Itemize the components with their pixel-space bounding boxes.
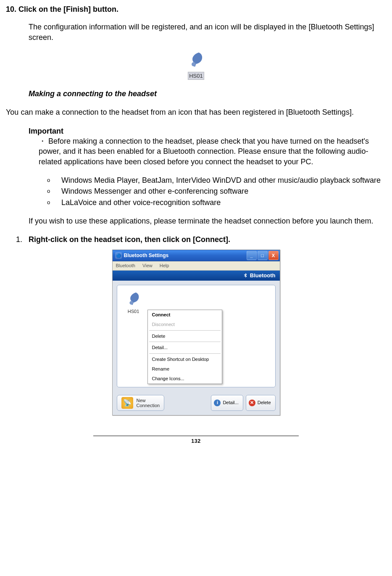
hs01-icon-label: HS01 — [188, 72, 204, 80]
list-item: o LaLaVoice and other voice-recognition … — [47, 197, 386, 208]
window-title: Bluetooth Settings — [124, 252, 169, 259]
maximize-button[interactable]: □ — [258, 251, 268, 260]
antenna-icon: 📡 — [121, 397, 133, 409]
section-intro: You can make a connection to the headset… — [6, 107, 386, 117]
ctx-rename[interactable]: Rename — [148, 364, 222, 374]
circle-bullet-icon: o — [47, 175, 61, 185]
important-paragraph-1: ・ Before making a connection to the head… — [39, 136, 386, 167]
step-number: 1. — [16, 235, 22, 244]
step-title-text: Click on the [Finish] button. — [18, 5, 118, 13]
minimize-button[interactable]: _ — [247, 251, 257, 260]
device-label: HS01 — [122, 308, 145, 315]
close-button[interactable]: X — [268, 251, 279, 260]
section-heading: Making a connecting to the headset — [29, 89, 386, 99]
list-item: o Windows Messenger and other e-conferen… — [47, 186, 386, 196]
window-menubar: Bluetooth View Help — [113, 261, 280, 271]
bullet-dot: ・ — [39, 137, 46, 145]
list-item-text: Windows Messenger and other e-conferenci… — [61, 186, 248, 196]
step-1-heading: 1. Right-click on the headset icon, then… — [16, 234, 386, 245]
delete-button-label: Delete — [258, 400, 271, 406]
new-connection-label: New Connection — [137, 398, 160, 408]
headset-icon — [186, 50, 206, 70]
window-bottom-bar: 📡 New Connection i Detail... ✕ Delete — [113, 392, 280, 415]
bluetooth-settings-window: 🔵 Bluetooth Settings _ □ X Bluetooth Vie… — [112, 250, 280, 415]
step-title-text: Right-click on the headset icon, then cl… — [29, 235, 230, 244]
device-list-panel: HS01 Connect Disconnect Delete Detail...… — [117, 285, 276, 387]
ctx-connect[interactable]: Connect — [148, 310, 222, 320]
headset-icon — [125, 290, 142, 308]
menu-bluetooth[interactable]: Bluetooth — [116, 263, 135, 268]
circle-bullet-icon: o — [47, 197, 61, 208]
detail-button[interactable]: i Detail... — [211, 395, 243, 411]
window-titlebar: 🔵 Bluetooth Settings _ □ X — [113, 250, 280, 261]
list-item: o Windows Media Player, BeatJam, InterVi… — [47, 175, 386, 185]
bluetooth-brand-text: Bluetooth — [250, 272, 276, 279]
step-10-heading: 10. Click on the [Finish] button. — [6, 4, 386, 14]
svg-point-0 — [192, 62, 196, 66]
step-10-description: The configuration information will be re… — [29, 22, 386, 42]
important-p1-text: Before making a connection to the headse… — [39, 137, 369, 166]
context-menu: Connect Disconnect Delete Detail... Crea… — [147, 310, 222, 384]
window-app-icon: 🔵 — [115, 252, 122, 259]
new-connection-button[interactable]: 📡 New Connection — [117, 395, 165, 411]
footer-separator — [93, 436, 299, 436]
svg-point-1 — [129, 301, 133, 305]
delete-x-icon: ✕ — [249, 400, 255, 406]
info-icon: i — [214, 400, 221, 406]
page-number: 132 — [6, 438, 386, 445]
list-item-text: LaLaVoice and other voice-recognition so… — [61, 197, 221, 208]
list-item-text: Windows Media Player, BeatJam, InterVide… — [61, 175, 381, 185]
ctx-create-shortcut[interactable]: Create Shortcut on Desktop — [148, 355, 222, 364]
ctx-detail[interactable]: Detail... — [148, 343, 222, 352]
detail-button-label: Detail... — [223, 400, 238, 406]
menu-view[interactable]: View — [142, 263, 153, 268]
menu-help[interactable]: Help — [160, 263, 169, 268]
important-paragraph-2: If you wish to use these applications, p… — [29, 216, 386, 226]
hs01-icon-figure: HS01 — [6, 50, 386, 80]
circle-bullet-icon: o — [47, 186, 61, 196]
bluetooth-icon — [242, 273, 248, 279]
ctx-disconnect: Disconnect — [148, 320, 222, 329]
important-label: Important — [29, 126, 386, 136]
ctx-delete[interactable]: Delete — [148, 331, 222, 341]
ctx-change-icons[interactable]: Change Icons... — [148, 374, 222, 384]
bluetooth-brand-bar: Bluetooth — [113, 271, 280, 281]
device-hs01[interactable]: HS01 — [122, 290, 145, 315]
step-number: 10. — [6, 5, 16, 13]
delete-button[interactable]: ✕ Delete — [246, 395, 276, 411]
